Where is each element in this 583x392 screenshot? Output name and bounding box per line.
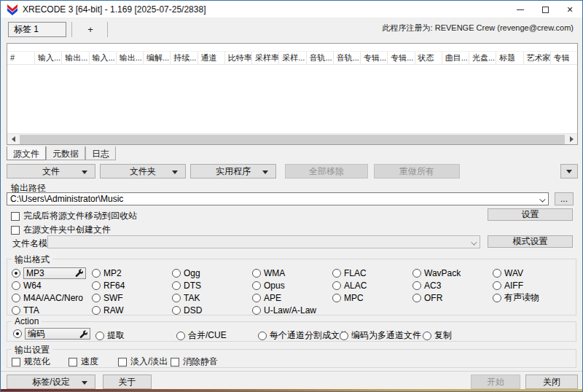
format-radio[interactable]: WavPack	[412, 268, 493, 278]
radio-icon	[12, 269, 20, 278]
format-radio[interactable]: AC3	[412, 281, 493, 291]
column-header[interactable]: 曲目...	[442, 52, 469, 64]
scrollbar-thumb[interactable]	[20, 135, 565, 144]
close-button[interactable]: ✕	[557, 1, 582, 18]
format-radio[interactable]: AIFF	[493, 281, 573, 291]
format-radio[interactable]: DSD	[172, 305, 252, 315]
format-radio[interactable]: SWF	[92, 293, 172, 303]
format-radio[interactable]: TAK	[172, 293, 252, 303]
radio-icon	[332, 269, 341, 278]
close-dialog-button[interactable]: 关闭	[525, 375, 578, 389]
tab-log[interactable]: 日志	[85, 146, 116, 160]
format-radio[interactable]: TTA	[12, 305, 92, 315]
column-header[interactable]: 艺术家	[524, 52, 551, 64]
title-bar: XRECODE 3 [64-bit] - 1.169 [2025-07-25/2…	[1, 1, 582, 18]
format-radio[interactable]: W64	[12, 281, 92, 291]
tab-source-files[interactable]: 源文件	[7, 146, 46, 160]
chevron-down-icon	[471, 239, 477, 245]
session-tab[interactable]: 标签 1	[8, 22, 66, 37]
pattern-settings-button[interactable]: 模式设置	[488, 235, 573, 248]
column-header[interactable]: #	[7, 52, 35, 64]
tags-presets-dropdown-button[interactable]: 标签/设定	[7, 375, 95, 389]
output-path-combobox[interactable]: C:\Users\Administrator\Music	[7, 192, 549, 205]
format-label: FLAC	[344, 268, 367, 278]
path-settings-button[interactable]: 设置	[488, 208, 573, 221]
format-radio[interactable]: RAW	[92, 305, 172, 315]
fade-checkbox[interactable]: 淡入/淡出	[118, 356, 168, 368]
action-radio-encode[interactable]: 编码	[13, 328, 90, 340]
column-header[interactable]: 持续...	[171, 52, 197, 64]
format-radio[interactable]: ALAC	[332, 281, 412, 291]
folder-dropdown-button[interactable]: 文件夹	[100, 164, 186, 179]
add-tab-button[interactable]: +	[77, 22, 104, 37]
format-radio[interactable]: FLAC	[332, 268, 412, 278]
column-header[interactable]: 采样...	[279, 52, 306, 64]
silence-removal-checkbox[interactable]: 消除静音	[171, 356, 218, 368]
format-radio[interactable]: Ogg	[172, 268, 252, 278]
column-header[interactable]: 输入...	[35, 52, 62, 64]
radio-icon	[493, 281, 501, 290]
format-radio[interactable]: MP2	[92, 268, 172, 278]
wrench-icon[interactable]	[79, 330, 87, 338]
maximize-button[interactable]	[533, 1, 557, 18]
action-radio[interactable]: 合并/CUE	[176, 329, 227, 342]
about-button[interactable]: 关于	[103, 375, 152, 389]
format-radio[interactable]: M4A/AAC/Nero	[12, 293, 92, 303]
format-radio-mp3[interactable]: MP3	[12, 267, 92, 279]
column-header[interactable]: 比特率	[225, 52, 252, 64]
column-header[interactable]: 光盘...	[469, 52, 496, 64]
more-options-button[interactable]	[560, 164, 578, 179]
wrench-icon[interactable]	[75, 269, 83, 277]
table-header-row: # 输入... 输出... 输入... 输出... 编解... 持续... 通道…	[7, 52, 577, 65]
speed-checkbox[interactable]: 速度	[69, 356, 98, 368]
speed-label: 速度	[81, 356, 98, 368]
browse-button[interactable]: ...	[555, 192, 574, 205]
column-header[interactable]: 输出...	[117, 52, 144, 64]
action-radio[interactable]: 复制	[423, 329, 452, 342]
action-label: 提取	[107, 329, 125, 342]
radio-icon	[493, 269, 501, 278]
column-header[interactable]: 采样率	[252, 52, 279, 64]
arrow-right-icon	[570, 136, 574, 142]
scroll-right-button[interactable]	[566, 134, 577, 145]
column-header[interactable]: 状态	[415, 52, 442, 64]
column-header[interactable]: 音轨...	[307, 52, 334, 64]
format-radio[interactable]: Opus	[252, 281, 332, 291]
format-radio[interactable]: U-Law/A-Law	[252, 305, 332, 315]
column-header[interactable]: 专辑...	[361, 52, 388, 64]
minimize-button[interactable]	[508, 1, 533, 18]
format-radio[interactable]: MPC	[332, 293, 412, 303]
column-header[interactable]: 输入...	[90, 52, 117, 64]
horizontal-scrollbar[interactable]	[7, 133, 577, 144]
format-label: MP2	[103, 268, 122, 278]
column-header[interactable]: 专辑	[551, 52, 577, 64]
utilities-button-label: 实用程序	[216, 165, 251, 178]
format-radio[interactable]: 有声读物	[493, 291, 573, 304]
checkbox-icon	[171, 358, 179, 366]
format-radio[interactable]: OFR	[412, 293, 493, 303]
format-radio[interactable]: DTS	[172, 281, 252, 291]
utilities-dropdown-button[interactable]: 实用程序	[190, 164, 276, 179]
column-header[interactable]: 通道	[198, 52, 225, 64]
action-radio[interactable]: 编码为多通道文件	[340, 329, 421, 342]
action-radio[interactable]: 每个通道分割成文件	[258, 329, 348, 342]
file-dropdown-button[interactable]: 文件	[7, 164, 95, 179]
scroll-left-button[interactable]	[7, 134, 19, 145]
format-label: RF64	[103, 281, 125, 291]
move-to-recycle-checkbox[interactable]: 完成后将源文件移动到回收站	[11, 210, 137, 222]
checkbox-icon	[12, 358, 20, 366]
chevron-down-icon	[82, 170, 87, 174]
column-header[interactable]: 专辑...	[388, 52, 415, 64]
format-radio[interactable]: WAV	[493, 268, 573, 278]
tab-metadata[interactable]: 元数据	[46, 146, 85, 160]
create-in-source-checkbox[interactable]: 在源文件夹中创建文件	[11, 224, 111, 236]
format-radio[interactable]: WMA	[252, 268, 332, 278]
column-header[interactable]: 编解...	[144, 52, 171, 64]
column-header[interactable]: 音轨...	[334, 52, 361, 64]
format-radio[interactable]: APE	[252, 293, 332, 303]
column-header[interactable]: 标题	[496, 52, 523, 64]
column-header[interactable]: 输出...	[62, 52, 89, 64]
normalize-checkbox[interactable]: 规范化	[12, 356, 50, 368]
action-radio[interactable]: 提取	[95, 329, 125, 342]
format-radio[interactable]: RF64	[92, 281, 172, 291]
